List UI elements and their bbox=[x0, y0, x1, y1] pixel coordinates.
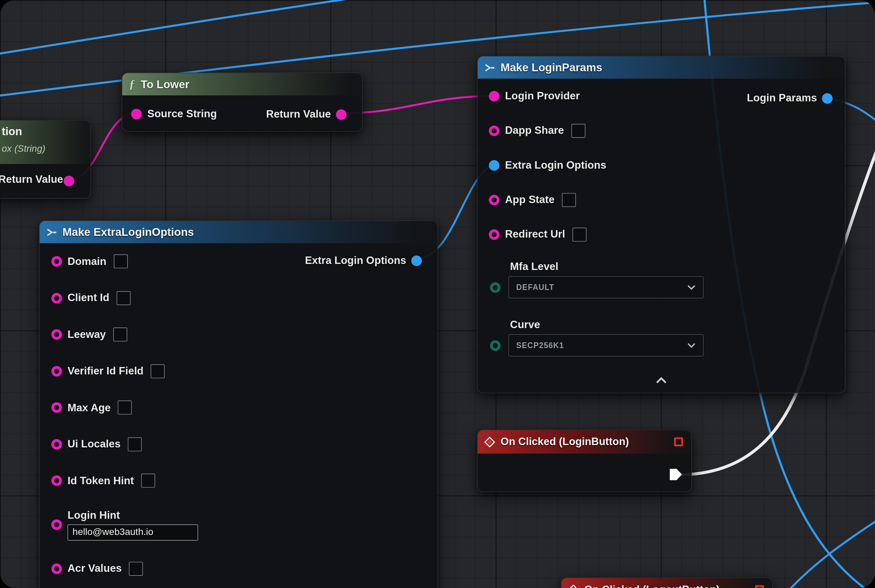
node-make-extraloginoptions[interactable]: Make ExtraLoginOptions Extra Login Optio… bbox=[39, 220, 438, 588]
pin-source-string[interactable] bbox=[131, 108, 142, 119]
pin-extra-login-options-out[interactable] bbox=[411, 255, 422, 266]
dapp-share-checkbox[interactable] bbox=[571, 124, 585, 138]
pin-login-provider[interactable] bbox=[489, 91, 499, 101]
make-struct-icon bbox=[46, 228, 57, 236]
pin-login-hint[interactable] bbox=[51, 519, 62, 530]
acr-values-label: Acr Values bbox=[68, 562, 122, 574]
source-string-label: Source String bbox=[147, 108, 217, 120]
id-token-hint-label: Id Token Hint bbox=[68, 474, 134, 487]
collapse-node-button[interactable] bbox=[650, 374, 672, 388]
function-icon: ƒ bbox=[129, 77, 135, 92]
leeway-label: Leeway bbox=[68, 328, 106, 340]
ui-locales-checkbox[interactable] bbox=[128, 437, 142, 451]
max-age-label: Max Age bbox=[68, 402, 111, 414]
curve-label: Curve bbox=[510, 319, 845, 331]
app-state-label: App State bbox=[505, 194, 555, 206]
node-partial-function[interactable]: tion ox (String) Return Value bbox=[0, 120, 91, 199]
pin-row-dapp-share: Dapp Share bbox=[478, 113, 845, 148]
chevron-up-icon bbox=[655, 377, 667, 384]
node-title: tion bbox=[2, 125, 22, 138]
id-token-hint-checkbox[interactable] bbox=[141, 474, 155, 488]
blueprint-graph-canvas[interactable]: tion ox (String) Return Value ƒ To Lower… bbox=[0, 0, 875, 588]
node-on-clicked-logoutbutton[interactable]: On Clicked (LogoutButton) bbox=[561, 578, 773, 588]
curve-dropdown[interactable]: SECP256K1 bbox=[508, 334, 704, 357]
pin-mfa-level[interactable] bbox=[490, 282, 501, 292]
pin-row-client-id: Client Id bbox=[39, 280, 438, 316]
verifier-id-field-label: Verifier Id Field bbox=[68, 365, 144, 377]
curve-group: Curve SECP256K1 bbox=[478, 319, 845, 357]
output-pin-group: Return Value bbox=[266, 108, 347, 120]
wire-blue-bottom-right[interactable] bbox=[788, 519, 875, 588]
pin-app-state[interactable] bbox=[489, 194, 499, 205]
dapp-share-label: Dapp Share bbox=[505, 124, 564, 136]
pin-row-verifier-id-field: Verifier Id Field bbox=[39, 353, 438, 389]
pin-login-params-out[interactable] bbox=[822, 93, 832, 104]
extra-login-options-out-label: Extra Login Options bbox=[305, 255, 406, 267]
wire-tolower-to-loginprovider[interactable] bbox=[342, 96, 493, 113]
delegate-pin[interactable] bbox=[755, 585, 764, 588]
mfa-level-label: Mfa Level bbox=[510, 261, 845, 273]
pin-return-value-out[interactable] bbox=[336, 109, 347, 120]
chevron-down-icon bbox=[687, 285, 696, 290]
node-title: On Clicked (LogoutButton) bbox=[584, 584, 720, 588]
curve-value: SECP256K1 bbox=[516, 341, 564, 350]
pin-row-max-age: Max Age bbox=[39, 389, 438, 426]
verifier-id-field-checkbox[interactable] bbox=[151, 364, 165, 378]
pin-verifier-id-field[interactable] bbox=[51, 366, 62, 376]
node-on-clicked-loginbutton[interactable]: On Clicked (LoginButton) bbox=[477, 429, 692, 492]
node-header: ƒ To Lower bbox=[122, 73, 362, 95]
login-hint-input[interactable] bbox=[68, 524, 198, 540]
output-pin-group: Extra Login Options bbox=[305, 255, 422, 267]
node-title: To Lower bbox=[141, 78, 189, 91]
extra-login-options-label: Extra Login Options bbox=[505, 159, 607, 171]
pin-id-token-hint[interactable] bbox=[51, 476, 62, 486]
pin-max-age[interactable] bbox=[51, 402, 62, 413]
max-age-checkbox[interactable] bbox=[118, 401, 132, 415]
pin-row-leeway: Leeway bbox=[39, 316, 438, 353]
pin-redirect-url[interactable] bbox=[489, 229, 499, 240]
pin-leeway[interactable] bbox=[51, 329, 62, 340]
pin-row-id-token-hint: Id Token Hint bbox=[39, 463, 438, 499]
delegate-pin[interactable] bbox=[674, 437, 683, 446]
chevron-down-icon bbox=[687, 343, 696, 348]
pin-acr-values[interactable] bbox=[51, 563, 62, 574]
pin-return-value-out[interactable] bbox=[63, 176, 74, 186]
pin-extra-login-options-in[interactable] bbox=[489, 160, 499, 170]
pin-curve[interactable] bbox=[490, 340, 501, 350]
pin-dapp-share[interactable] bbox=[489, 125, 499, 136]
pin-row-login-hint: Login Hint bbox=[39, 499, 438, 550]
exec-out-pin[interactable] bbox=[668, 468, 682, 481]
pin-row-acr-values: Acr Values bbox=[39, 550, 438, 587]
domain-checkbox[interactable] bbox=[114, 255, 128, 268]
screenshot-frame: tion ox (String) Return Value ƒ To Lower… bbox=[0, 0, 875, 588]
login-provider-label: Login Provider bbox=[505, 90, 580, 102]
node-title: On Clicked (LoginButton) bbox=[501, 436, 629, 448]
node-title: Make ExtraLoginOptions bbox=[63, 226, 194, 238]
return-value-label: Return Value bbox=[0, 173, 63, 186]
event-icon bbox=[484, 436, 495, 447]
client-id-checkbox[interactable] bbox=[117, 291, 131, 305]
login-hint-label: Login Hint bbox=[68, 509, 198, 521]
domain-label: Domain bbox=[68, 255, 107, 268]
node-make-loginparams[interactable]: Make LoginParams Login Params Login Prov… bbox=[477, 56, 845, 393]
app-state-checkbox[interactable] bbox=[562, 193, 576, 207]
pin-ui-locales[interactable] bbox=[51, 439, 62, 450]
node-header: On Clicked (LogoutButton) bbox=[561, 578, 772, 588]
make-struct-icon bbox=[484, 63, 495, 72]
redirect-url-checkbox[interactable] bbox=[573, 227, 586, 241]
ui-locales-label: Ui Locales bbox=[68, 438, 121, 450]
node-header: On Clicked (LoginButton) bbox=[478, 430, 692, 453]
pin-client-id[interactable] bbox=[51, 292, 62, 303]
leeway-checkbox[interactable] bbox=[113, 327, 127, 341]
mfa-level-group: Mfa Level DEFAULT bbox=[478, 261, 845, 298]
pin-row-redirect-url: Redirect Url bbox=[478, 217, 845, 251]
wire-blue-top-2[interactable] bbox=[0, 0, 371, 54]
event-icon bbox=[568, 584, 579, 588]
node-to-lower[interactable]: ƒ To Lower Source String Return Value bbox=[122, 73, 363, 132]
node-header: tion ox (String) bbox=[0, 121, 90, 164]
acr-values-checkbox[interactable] bbox=[129, 562, 143, 576]
mfa-level-dropdown[interactable]: DEFAULT bbox=[508, 276, 704, 298]
login-params-out-label: Login Params bbox=[747, 92, 817, 104]
pin-row-ui-locales: Ui Locales bbox=[39, 426, 438, 462]
pin-domain[interactable] bbox=[51, 256, 62, 267]
